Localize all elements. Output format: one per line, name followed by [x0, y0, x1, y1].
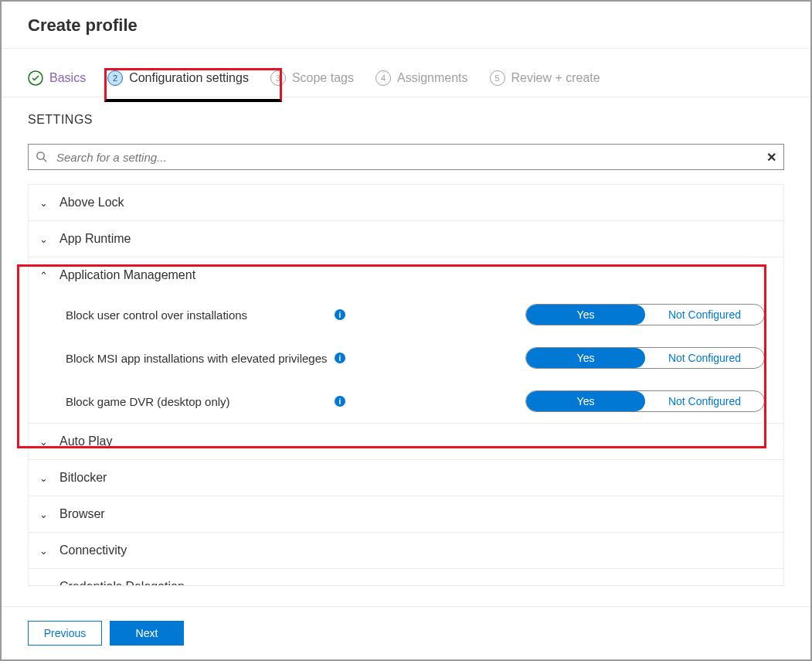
toggle-block-msi-elevated[interactable]: Yes Not Configured — [525, 347, 765, 369]
step-label: Basics — [49, 71, 86, 85]
wizard-steps: Basics 2 Configuration settings 3 Scope … — [2, 49, 810, 97]
step-label: Review + create — [511, 71, 600, 85]
chevron-down-icon: ⌄ — [38, 472, 49, 484]
step-number-badge: 3 — [270, 70, 286, 86]
step-number-badge: 2 — [107, 70, 123, 86]
info-icon[interactable]: i — [335, 353, 345, 363]
setting-block-game-dvr: Block game DVR (desktop only) i Yes Not … — [29, 380, 783, 423]
category-header[interactable]: ⌄ Credentials Delegation — [29, 569, 783, 586]
category-connectivity: ⌄ Connectivity — [29, 533, 783, 569]
setting-block-user-control: Block user control over installations i … — [29, 293, 783, 336]
category-browser: ⌄ Browser — [29, 496, 783, 533]
search-icon — [36, 151, 47, 165]
setting-label: Block MSI app installations with elevate… — [66, 352, 328, 365]
setting-block-msi-elevated: Block MSI app installations with elevate… — [29, 336, 783, 380]
category-header[interactable]: ⌄ Connectivity — [29, 533, 783, 568]
category-application-management: ⌃ Application Management Block user cont… — [29, 257, 783, 424]
wizard-footer: Previous Next — [2, 606, 810, 659]
category-label: Above Lock — [59, 196, 124, 210]
next-button[interactable]: Next — [110, 621, 184, 646]
toggle-block-user-control[interactable]: Yes Not Configured — [525, 304, 765, 325]
setting-label: Block user control over installations — [66, 308, 328, 322]
category-header[interactable]: ⌃ Application Management — [29, 257, 783, 293]
step-basics[interactable]: Basics — [28, 70, 86, 97]
chevron-down-icon: ⌄ — [38, 233, 49, 245]
step-label: Scope tags — [292, 71, 354, 85]
step-assignments[interactable]: 4 Assignments — [375, 70, 468, 97]
chevron-down-icon: ⌄ — [38, 436, 49, 448]
step-scope-tags[interactable]: 3 Scope tags — [270, 70, 354, 97]
setting-label: Block game DVR (desktop only) — [66, 395, 328, 408]
page-header: Create profile — [2, 2, 810, 49]
category-label: Bitlocker — [59, 471, 107, 485]
chevron-up-icon: ⌃ — [38, 270, 49, 281]
previous-button[interactable]: Previous — [28, 621, 102, 646]
step-label: Assignments — [397, 71, 468, 85]
category-label: App Runtime — [59, 232, 131, 246]
settings-list[interactable]: ⌄ Above Lock ⌄ App Runtime ⌃ Application… — [28, 184, 784, 586]
category-header[interactable]: ⌄ Above Lock — [29, 185, 783, 220]
toggle-not-configured[interactable]: Not Configured — [645, 305, 764, 325]
category-credentials-delegation: ⌄ Credentials Delegation — [29, 569, 783, 586]
toggle-yes[interactable]: Yes — [526, 348, 645, 368]
category-label: Credentials Delegation — [59, 580, 185, 586]
category-auto-play: ⌄ Auto Play — [29, 424, 783, 460]
settings-heading: SETTINGS — [2, 97, 810, 133]
chevron-down-icon: ⌄ — [38, 197, 49, 209]
category-header[interactable]: ⌄ Bitlocker — [29, 460, 783, 496]
search-input[interactable] — [28, 144, 784, 170]
step-number-badge: 5 — [490, 70, 505, 86]
toggle-not-configured[interactable]: Not Configured — [645, 348, 764, 368]
category-bitlocker: ⌄ Bitlocker — [29, 460, 783, 496]
category-header[interactable]: ⌄ App Runtime — [29, 221, 783, 257]
toggle-block-game-dvr[interactable]: Yes Not Configured — [525, 390, 765, 412]
chevron-down-icon: ⌄ — [38, 581, 49, 587]
step-number-badge: 4 — [375, 70, 391, 86]
step-review-create[interactable]: 5 Review + create — [490, 70, 600, 97]
step-label: Configuration settings — [129, 71, 249, 85]
category-header[interactable]: ⌄ Browser — [29, 496, 783, 532]
svg-point-1 — [37, 152, 44, 159]
search-container: ✕ — [28, 144, 784, 170]
toggle-yes[interactable]: Yes — [526, 391, 645, 411]
svg-line-2 — [43, 158, 46, 162]
category-header[interactable]: ⌄ Auto Play — [29, 424, 783, 459]
category-above-lock: ⌄ Above Lock — [29, 185, 783, 221]
check-icon — [28, 70, 43, 86]
chevron-down-icon: ⌄ — [38, 509, 49, 520]
step-configuration-settings[interactable]: 2 Configuration settings — [107, 70, 249, 97]
toggle-yes[interactable]: Yes — [526, 305, 645, 325]
toggle-not-configured[interactable]: Not Configured — [645, 391, 764, 411]
clear-icon[interactable]: ✕ — [766, 150, 776, 165]
category-label: Auto Play — [59, 434, 112, 448]
category-label: Application Management — [59, 268, 195, 282]
page-title: Create profile — [28, 15, 784, 36]
category-app-runtime: ⌄ App Runtime — [29, 221, 783, 257]
category-label: Connectivity — [59, 543, 127, 557]
info-icon[interactable]: i — [335, 396, 345, 407]
info-icon[interactable]: i — [335, 309, 345, 320]
category-label: Browser — [59, 507, 105, 521]
chevron-down-icon: ⌄ — [38, 545, 49, 557]
